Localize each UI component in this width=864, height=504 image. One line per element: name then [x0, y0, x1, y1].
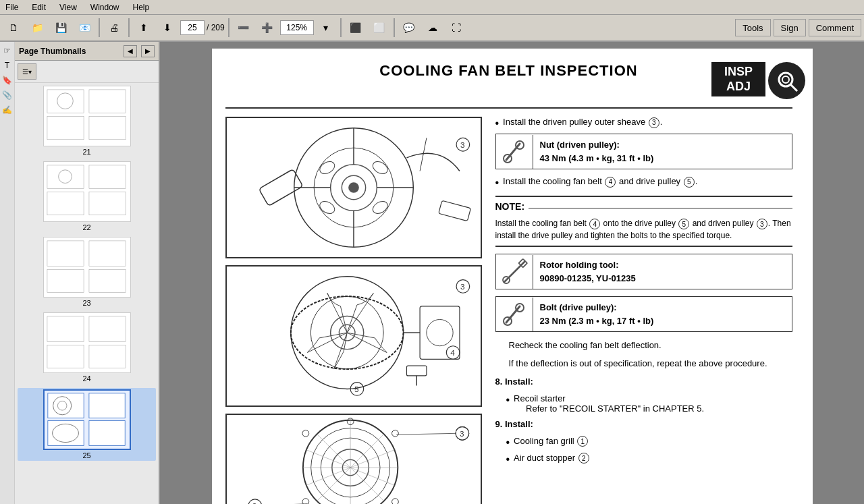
- spec3-value: 23 Nm (2.3 m • kg, 17 ft • lb): [540, 314, 654, 328]
- menu-window[interactable]: Window: [88, 1, 122, 13]
- signature-icon[interactable]: ✍: [1, 104, 14, 116]
- sidebar-header: Page Thumbnails ◀ ▶: [15, 42, 159, 61]
- menu-bar: File Edit View Window Help: [0, 0, 864, 15]
- main-area: ☞ T 🔖 📎 ✍ Page Thumbnails ◀ ▶ ☰▾: [0, 42, 864, 504]
- bolt-icon: [501, 301, 528, 328]
- svg-text:5: 5: [354, 385, 358, 393]
- attachment-icon[interactable]: 📎: [1, 89, 14, 101]
- new-button[interactable]: 🗋: [3, 18, 24, 38]
- menu-file[interactable]: File: [3, 1, 21, 13]
- print-button[interactable]: 🖨: [103, 18, 125, 38]
- spec3-label: Bolt (drive pulley):: [540, 301, 654, 314]
- comment-balloon-button[interactable]: 💬: [398, 18, 420, 38]
- diagram2-svg: 3 4 5: [227, 267, 481, 405]
- sep5: [394, 18, 395, 37]
- spec-text-rotor: Rotor holding tool: 90890-01235, YU-0123…: [533, 254, 643, 289]
- thumbnail-page-24[interactable]: 24: [18, 312, 156, 383]
- page-input[interactable]: [180, 20, 205, 35]
- sep4: [340, 18, 342, 37]
- note-text: Install the cooling fan belt 4 onto the …: [495, 217, 792, 242]
- wrench-icon: [501, 138, 528, 165]
- open-button[interactable]: 📁: [26, 18, 48, 38]
- svg-text:3: 3: [459, 429, 464, 438]
- menu-view[interactable]: View: [57, 1, 80, 13]
- spec2-label: Rotor holding tool:: [540, 258, 636, 272]
- step8-items: • Recoil starter Refer to "RECOIL STARTE…: [495, 393, 792, 414]
- fit-page-button[interactable]: ⬛: [345, 18, 367, 38]
- spec-icon-bolt: [496, 298, 533, 331]
- sidebar-prev-btn[interactable]: ◀: [124, 45, 137, 57]
- svg-rect-17: [44, 313, 130, 373]
- full-screen-button[interactable]: ⛶: [446, 18, 467, 38]
- circled-num-1: 1: [577, 436, 588, 447]
- sep3: [228, 18, 230, 37]
- step9-item-air-duct: • Air duct stopper 2: [506, 453, 792, 466]
- sidebar-title: Page Thumbnails: [19, 47, 119, 56]
- hand-tool-icon[interactable]: ☞: [1, 45, 14, 57]
- menu-edit[interactable]: Edit: [29, 1, 49, 13]
- bullet-install-belt: • Install the cooling fan belt 4 and dri…: [495, 176, 792, 189]
- spec2-value: 90890-01235, YU-01235: [540, 272, 636, 285]
- step8-item-recoil: • Recoil starter Refer to "RECOIL STARTE…: [506, 393, 792, 414]
- zoom-input[interactable]: [280, 20, 314, 35]
- thumbnail-page-23[interactable]: 23: [18, 237, 156, 307]
- page-title: COOLING FAN BELT INSPECTION: [379, 62, 637, 79]
- sidebar-next-btn[interactable]: ▶: [141, 45, 155, 57]
- svg-text:3: 3: [460, 140, 464, 149]
- zoom-dropdown-button[interactable]: ▾: [315, 18, 337, 38]
- step9-item-fan-grill: • Cooling fan grill 1: [506, 436, 792, 449]
- header-icons: INSP ADJ: [725, 62, 792, 99]
- email-button[interactable]: 📧: [74, 18, 95, 38]
- left-icons: ☞ T 🔖 📎 ✍: [0, 42, 15, 504]
- save-button[interactable]: 💾: [50, 18, 72, 38]
- thumb-label-22: 22: [82, 223, 90, 231]
- thumb-img-24: [43, 312, 131, 373]
- zoom-out-button[interactable]: ➖: [233, 18, 254, 38]
- comment-button[interactable]: Comment: [809, 19, 861, 36]
- zoom-in-button[interactable]: ➕: [256, 18, 278, 38]
- page-content: COOLING FAN BELT INSPECTION INSP ADJ: [212, 49, 813, 504]
- sign-button[interactable]: Sign: [774, 19, 806, 36]
- text-select-icon[interactable]: T: [1, 59, 14, 72]
- spec-box-rotor: Rotor holding tool: 90890-01235, YU-0123…: [495, 254, 792, 289]
- right-toolbar: Tools Sign Comment: [735, 19, 861, 36]
- bullet1-text: Install the driven pulley outer sheave: [503, 117, 645, 127]
- sidebar: Page Thumbnails ◀ ▶ ☰▾: [15, 42, 160, 504]
- thumbnail-page-21[interactable]: 21: [18, 86, 156, 156]
- right-column: • Install the driven pulley outer sheave…: [495, 117, 792, 504]
- spec-text-nut: Nut (driven pulley): 43 Nm (4.3 m • kg, …: [533, 134, 661, 169]
- spec-icon-rotor-tool: [496, 255, 533, 289]
- bookmark-icon[interactable]: 🔖: [1, 74, 14, 86]
- thumbnail-page-22[interactable]: 22: [18, 161, 156, 231]
- content-layout: 3 3: [225, 117, 792, 504]
- note-label: NOTE:: [495, 201, 525, 212]
- next-page-button[interactable]: ⬇: [157, 18, 178, 38]
- sep1: [99, 18, 100, 37]
- diagram-driven-pulley: 3 3: [225, 117, 482, 258]
- thumb-img-21: [43, 86, 131, 146]
- insp-adj-badge: INSP ADJ: [711, 62, 765, 96]
- circled-num-3a: 3: [649, 117, 659, 128]
- tools-button[interactable]: Tools: [735, 19, 770, 36]
- thumb-label-23: 23: [82, 299, 90, 307]
- sidebar-menu-btn[interactable]: ☰▾: [18, 63, 36, 80]
- svg-rect-12: [44, 237, 130, 298]
- diagram1-svg: 3 3: [227, 118, 481, 257]
- cloud-button[interactable]: ☁: [422, 18, 443, 38]
- menu-help[interactable]: Help: [130, 1, 153, 13]
- recoil-starter-text: Recoil starter: [514, 393, 566, 403]
- recheck-text-2: If the deflection is out of specificatio…: [495, 357, 792, 371]
- thumbnail-page-25[interactable]: 25: [18, 388, 156, 461]
- prev-page-button[interactable]: ⬆: [133, 18, 155, 38]
- zoom-area: ▾: [280, 18, 337, 38]
- note-box: NOTE: Install the cooling fan belt 4 ont…: [495, 196, 792, 247]
- svg-rect-29: [88, 421, 124, 446]
- thumb-img-22: [43, 161, 131, 222]
- doc-area[interactable]: COOLING FAN BELT INSPECTION INSP ADJ: [160, 42, 864, 504]
- fit-width-button[interactable]: ⬜: [369, 18, 390, 38]
- bullet-install-driven-pulley: • Install the driven pulley outer sheave…: [495, 117, 792, 130]
- svg-text:2: 2: [252, 501, 256, 504]
- circled-num-2: 2: [578, 453, 589, 464]
- spec-icon-wrench: [496, 135, 533, 169]
- recheck-text-1: Recheck the cooling fan belt deflection.: [495, 339, 792, 353]
